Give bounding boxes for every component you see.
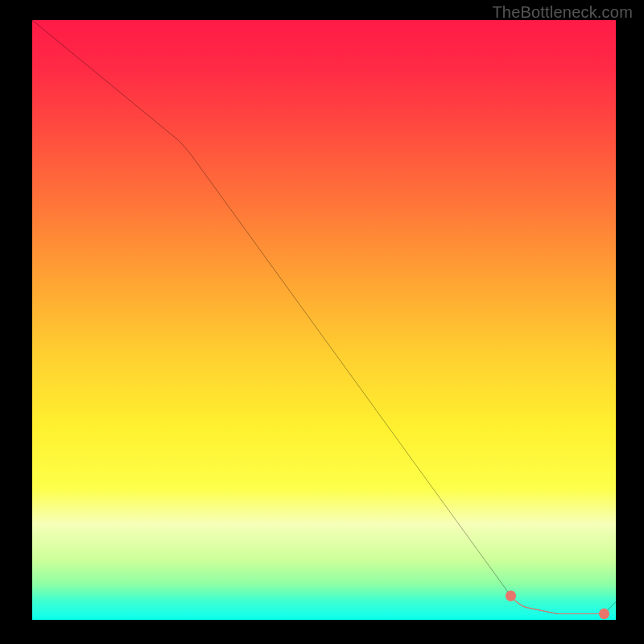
highlight-segment [511,596,605,613]
chart-svg [32,20,616,620]
marker-range-end [599,609,609,619]
chart-frame: TheBottleneck.com [0,0,644,644]
plot-area [32,20,616,620]
curve-path [32,20,616,614]
watermark-text: TheBottleneck.com [492,3,633,22]
marker-range-start [506,590,516,601]
